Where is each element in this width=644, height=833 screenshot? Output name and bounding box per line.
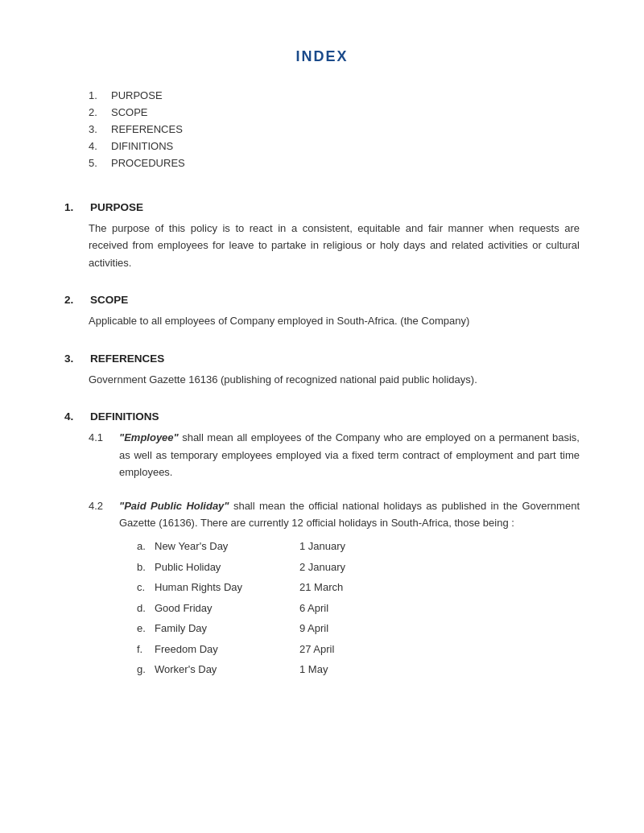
section-heading: 1. PURPOSE bbox=[64, 201, 580, 213]
subsection-42: 4.2 "Paid Public Holiday" shall mean the… bbox=[89, 497, 580, 678]
holiday-letter: e. bbox=[137, 620, 155, 637]
section: 3. REFERENCES Government Gazette 16136 (… bbox=[64, 353, 580, 388]
index-label: DIFINITIONS bbox=[111, 140, 173, 152]
holiday-item: e. Family Day 9 April bbox=[137, 620, 580, 637]
holiday-date: 1 May bbox=[299, 661, 328, 678]
index-item: 1.PURPOSE bbox=[89, 89, 580, 101]
index-num: 3. bbox=[89, 123, 105, 135]
sub42-num: 4.2 bbox=[89, 497, 113, 532]
holiday-date: 2 January bbox=[299, 559, 345, 575]
section: 2. SCOPE Applicable to all employees of … bbox=[64, 294, 580, 329]
section-num: 3. bbox=[64, 353, 84, 365]
holiday-letter: a. bbox=[137, 538, 155, 555]
holiday-list: a. New Year's Day 1 January b. Public Ho… bbox=[137, 538, 580, 678]
sections-container: 1. PURPOSE The purpose of this policy is… bbox=[64, 201, 580, 388]
holiday-letter: b. bbox=[137, 559, 155, 575]
section-body: The purpose of this policy is to react i… bbox=[89, 220, 580, 271]
def-body: 4.1 "Employee" shall mean all employees … bbox=[89, 429, 580, 678]
index-num: 2. bbox=[89, 106, 105, 118]
holiday-name: Worker's Day bbox=[155, 661, 299, 678]
sub41-keyword: "Employee" bbox=[119, 431, 179, 443]
sub41-heading: 4.1 "Employee" shall mean all employees … bbox=[89, 429, 580, 480]
definitions-heading: 4. DEFINITIONS bbox=[64, 410, 580, 423]
holiday-letter: f. bbox=[137, 641, 155, 658]
def-num: 4. bbox=[64, 410, 84, 423]
holiday-item: d. Good Friday 6 April bbox=[137, 600, 580, 617]
sub42-text: "Paid Public Holiday" shall mean the off… bbox=[119, 497, 580, 532]
index-item: 4.DIFINITIONS bbox=[89, 140, 580, 152]
index-item: 2.SCOPE bbox=[89, 106, 580, 118]
index-item: 3.REFERENCES bbox=[89, 123, 580, 135]
section-title: PURPOSE bbox=[90, 201, 143, 213]
section-num: 2. bbox=[64, 294, 84, 306]
holiday-letter: c. bbox=[137, 579, 155, 596]
index-label: PURPOSE bbox=[111, 89, 163, 101]
section-body: Government Gazette 16136 (publishing of … bbox=[89, 371, 580, 388]
index-num: 1. bbox=[89, 89, 105, 101]
definitions-section: 4. DEFINITIONS 4.1 "Employee" shall mean… bbox=[64, 410, 580, 678]
holiday-letter: d. bbox=[137, 600, 155, 617]
index-list: 1.PURPOSE2.SCOPE3.REFERENCES4.DIFINITION… bbox=[89, 89, 580, 169]
section: 1. PURPOSE The purpose of this policy is… bbox=[64, 201, 580, 271]
holiday-name: Public Holiday bbox=[155, 559, 299, 575]
holiday-letter: g. bbox=[137, 661, 155, 678]
holiday-date: 6 April bbox=[299, 600, 328, 617]
index-label: SCOPE bbox=[111, 106, 148, 118]
subsection-41: 4.1 "Employee" shall mean all employees … bbox=[89, 429, 580, 480]
holiday-name: Human Rights Day bbox=[155, 579, 299, 596]
holiday-date: 21 March bbox=[299, 579, 343, 596]
holiday-item: f. Freedom Day 27 April bbox=[137, 641, 580, 658]
page-title: INDEX bbox=[64, 48, 580, 65]
section-heading: 3. REFERENCES bbox=[64, 353, 580, 365]
holiday-date: 1 January bbox=[299, 538, 345, 555]
index-num: 4. bbox=[89, 140, 105, 152]
holiday-name: Family Day bbox=[155, 620, 299, 637]
index-num: 5. bbox=[89, 157, 105, 169]
section-title: SCOPE bbox=[90, 294, 128, 306]
section-body: Applicable to all employees of Company e… bbox=[89, 312, 580, 329]
section-num: 1. bbox=[64, 201, 84, 213]
holiday-name: Good Friday bbox=[155, 600, 299, 617]
holiday-date: 27 April bbox=[299, 641, 334, 658]
sub41-num: 4.1 bbox=[89, 429, 113, 480]
holiday-item: g. Worker's Day 1 May bbox=[137, 661, 580, 678]
holiday-item: a. New Year's Day 1 January bbox=[137, 538, 580, 555]
holiday-date: 9 April bbox=[299, 620, 328, 637]
index-label: REFERENCES bbox=[111, 123, 183, 135]
holiday-item: c. Human Rights Day 21 March bbox=[137, 579, 580, 596]
sub41-text: "Employee" shall mean all employees of t… bbox=[119, 429, 580, 480]
index-item: 5.PROCEDURES bbox=[89, 157, 580, 169]
holiday-name: New Year's Day bbox=[155, 538, 299, 555]
def-title: DEFINITIONS bbox=[90, 410, 159, 423]
sub42-keyword: "Paid Public Holiday" bbox=[119, 500, 229, 512]
sub42-heading: 4.2 "Paid Public Holiday" shall mean the… bbox=[89, 497, 580, 532]
section-title: REFERENCES bbox=[90, 353, 164, 365]
section-heading: 2. SCOPE bbox=[64, 294, 580, 306]
index-label: PROCEDURES bbox=[111, 157, 185, 169]
holiday-item: b. Public Holiday 2 January bbox=[137, 559, 580, 575]
holiday-name: Freedom Day bbox=[155, 641, 299, 658]
